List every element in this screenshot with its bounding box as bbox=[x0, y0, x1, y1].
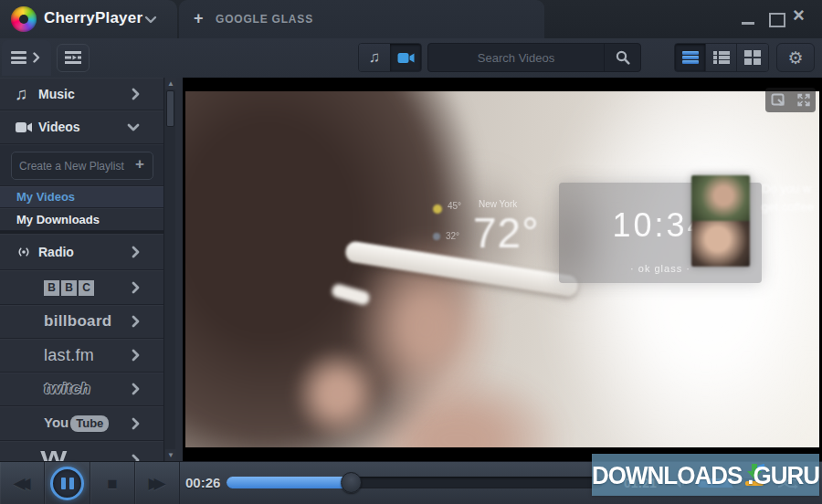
hud-photo-woman bbox=[691, 221, 750, 267]
create-playlist-row: + bbox=[0, 144, 163, 186]
chevron-right-icon bbox=[132, 281, 140, 294]
video-frame: 45° New York 72° 32° 10:34 · ok glass · … bbox=[185, 91, 819, 447]
media-type-switch: ♫ bbox=[358, 43, 422, 72]
scroll-down-icon[interactable]: ▼ bbox=[165, 449, 176, 461]
sidebar-item-billboard[interactable]: billboard bbox=[0, 305, 163, 339]
next-icon: ▶▶ bbox=[148, 474, 165, 493]
app-title: CherryPlayer bbox=[44, 9, 142, 27]
chevron-right-icon bbox=[132, 246, 140, 258]
watermark-text-left: DOWNLOADS bbox=[592, 459, 742, 489]
hud-temperature: 72° bbox=[473, 208, 540, 257]
cherryplayer-window: CherryPlayer + GOOGLE GLASS × bbox=[0, 0, 822, 504]
sidebar-item-my-videos[interactable]: My Videos bbox=[0, 186, 163, 208]
sidebar-item-twitch[interactable]: twitch bbox=[0, 373, 163, 406]
hud-moon-icon bbox=[433, 233, 440, 240]
pause-icon bbox=[50, 467, 84, 500]
search-input[interactable] bbox=[432, 45, 600, 70]
stop-icon: ■ bbox=[107, 474, 117, 494]
tab-title: GOOGLE GLASS bbox=[216, 13, 313, 26]
chevron-right-icon bbox=[132, 315, 140, 328]
music-note-icon: ♫ bbox=[369, 48, 381, 67]
sidebar-item-bbc[interactable]: BBC bbox=[0, 270, 163, 305]
list-view-icon bbox=[682, 50, 699, 66]
app-menu-tab[interactable]: CherryPlayer bbox=[0, 0, 177, 38]
youtube-logo: YouTube bbox=[44, 415, 109, 432]
hud-temp-high: 45° bbox=[448, 201, 461, 211]
download-arrow-icon bbox=[743, 463, 745, 487]
sidebar-item-vk[interactable]: W bbox=[0, 441, 163, 461]
minimize-button[interactable] bbox=[736, 0, 760, 33]
gear-icon: ⚙ bbox=[787, 49, 803, 67]
previous-button[interactable]: ◀◀ bbox=[0, 462, 45, 504]
chevron-right-icon bbox=[132, 349, 140, 362]
hud-temp-low: 32° bbox=[446, 231, 459, 241]
titlebar: CherryPlayer + GOOGLE GLASS × bbox=[0, 0, 822, 38]
elapsed-time: 00:26 bbox=[185, 475, 220, 490]
fullscreen-icon[interactable] bbox=[796, 93, 811, 107]
sidebar: ♫ Music Videos + My V bbox=[0, 78, 183, 461]
video-camera-icon bbox=[397, 52, 415, 64]
downloads-guru-watermark: DOWNLOADS .GURU bbox=[592, 454, 819, 496]
view-switcher bbox=[674, 43, 769, 72]
detail-list-view-icon bbox=[713, 50, 730, 66]
video-corner-controls bbox=[765, 88, 816, 112]
tab-google-glass[interactable]: + GOOGLE GLASS bbox=[179, 0, 544, 38]
new-tab-button[interactable]: + bbox=[194, 9, 204, 28]
playlist-panel-button[interactable] bbox=[57, 44, 90, 72]
pause-button[interactable] bbox=[45, 462, 90, 504]
twitch-logo: twitch bbox=[44, 380, 90, 398]
seek-handle[interactable] bbox=[341, 472, 362, 493]
video-mode-button[interactable] bbox=[390, 44, 421, 71]
search-button[interactable] bbox=[604, 44, 640, 71]
vk-logo: W bbox=[40, 446, 64, 461]
billboard-logo: billboard bbox=[44, 312, 111, 331]
scrollbar-thumb[interactable] bbox=[166, 90, 174, 127]
grid-view-icon bbox=[744, 50, 760, 66]
stop-button[interactable]: ■ bbox=[90, 462, 135, 504]
sidebar-item-label: Videos bbox=[38, 120, 80, 134]
popout-icon[interactable] bbox=[771, 93, 786, 107]
sidebar-item-radio[interactable]: Radio bbox=[0, 234, 163, 270]
view-grid-button[interactable] bbox=[737, 44, 768, 71]
app-menu-chevron-down-icon[interactable] bbox=[144, 16, 157, 24]
bbc-logo: BBC bbox=[44, 278, 96, 296]
music-note-icon: ♫ bbox=[15, 84, 27, 104]
settings-button[interactable]: ⚙ bbox=[776, 43, 815, 72]
lastfm-logo: last.fm bbox=[44, 346, 94, 365]
chevron-down-icon bbox=[127, 123, 140, 131]
search-icon bbox=[616, 50, 630, 65]
playlist-icon bbox=[64, 50, 82, 65]
sidebar-toggle-button[interactable] bbox=[2, 40, 51, 76]
maximize-button[interactable] bbox=[764, 0, 787, 33]
seek-bar[interactable] bbox=[227, 477, 603, 488]
create-playlist-input[interactable] bbox=[19, 153, 127, 178]
radio-waves-icon bbox=[15, 246, 33, 258]
sidebar-item-label: Music bbox=[38, 87, 75, 101]
sidebar-item-music[interactable]: ♫ Music bbox=[0, 78, 163, 110]
person-ear bbox=[293, 348, 382, 440]
hud-speech-text: Do you w get coffee bbox=[762, 180, 814, 216]
toolbar: ♫ bbox=[0, 38, 822, 78]
view-details-button[interactable] bbox=[706, 44, 737, 71]
scroll-up-icon[interactable]: ▲ bbox=[165, 78, 176, 89]
music-mode-button[interactable]: ♫ bbox=[359, 44, 390, 71]
view-list-button[interactable] bbox=[675, 44, 706, 71]
sidebar-item-youtube[interactable]: YouTube bbox=[0, 406, 163, 441]
chevron-right-icon bbox=[132, 454, 140, 461]
chevron-right-icon bbox=[132, 417, 140, 430]
sidebar-item-videos[interactable]: Videos bbox=[0, 110, 163, 144]
seek-bar-fill bbox=[227, 477, 351, 488]
next-button[interactable]: ▶▶ bbox=[135, 462, 180, 504]
sidebar-item-lastfm[interactable]: last.fm bbox=[0, 339, 163, 373]
add-playlist-button[interactable]: + bbox=[135, 155, 144, 173]
chevron-right-icon bbox=[132, 383, 140, 395]
create-playlist-box[interactable]: + bbox=[11, 152, 153, 180]
watermark-text-right: .GURU bbox=[747, 459, 819, 489]
hud-photo-man bbox=[691, 175, 750, 221]
hamburger-icon bbox=[11, 51, 26, 64]
close-button[interactable]: × bbox=[789, 0, 813, 33]
video-player-area[interactable]: 45° New York 72° 32° 10:34 · ok glass · … bbox=[183, 78, 822, 461]
sidebar-item-my-downloads[interactable]: My Downloads bbox=[0, 208, 163, 231]
sidebar-scrollbar[interactable]: ▲ ▼ bbox=[163, 78, 175, 461]
previous-icon: ◀◀ bbox=[13, 474, 30, 493]
